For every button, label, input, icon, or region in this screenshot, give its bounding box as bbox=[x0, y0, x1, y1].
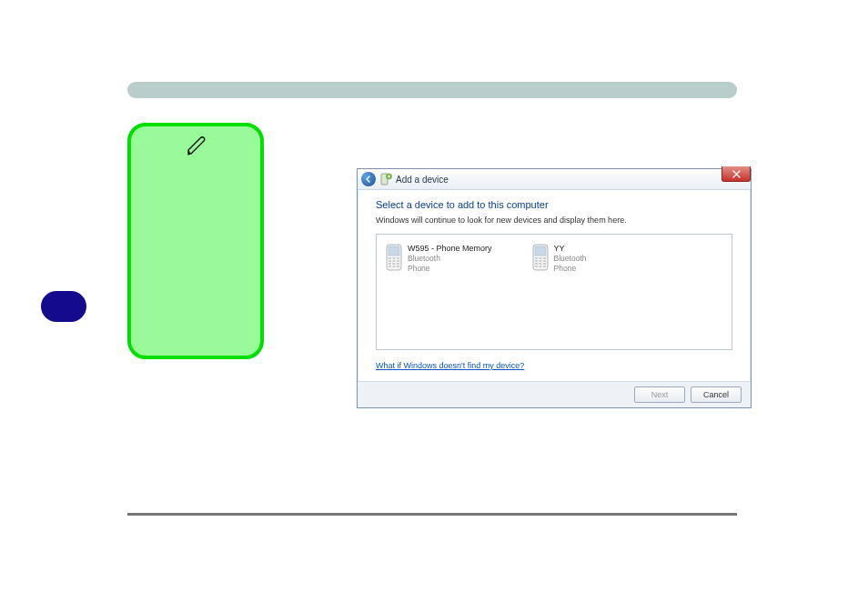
device-info: W595 - Phone Memory Bluetooth Phone bbox=[408, 244, 492, 340]
svg-rect-27 bbox=[535, 266, 538, 267]
device-info: YY Bluetooth Phone bbox=[554, 244, 587, 340]
phone-icon bbox=[386, 244, 402, 271]
device-type: Bluetooth bbox=[554, 254, 587, 264]
dialog-body: Select a device to add to this computer … bbox=[358, 190, 751, 370]
svg-rect-24 bbox=[535, 263, 538, 265]
device-item-0[interactable]: W595 - Phone Memory Bluetooth Phone bbox=[384, 242, 494, 342]
cancel-button[interactable]: Cancel bbox=[691, 386, 742, 403]
header-bar bbox=[127, 82, 737, 98]
svg-rect-12 bbox=[397, 263, 399, 265]
svg-rect-21 bbox=[535, 260, 538, 262]
svg-rect-5 bbox=[393, 257, 396, 259]
dialog-titlebar: Add a device bbox=[358, 169, 751, 190]
svg-rect-6 bbox=[397, 257, 399, 259]
footer-rule bbox=[127, 513, 737, 516]
svg-rect-13 bbox=[389, 266, 391, 267]
svg-rect-29 bbox=[543, 266, 546, 267]
svg-rect-17 bbox=[535, 246, 546, 256]
svg-rect-7 bbox=[389, 260, 391, 262]
device-name: W595 - Phone Memory bbox=[408, 244, 492, 254]
phone-icon bbox=[532, 244, 549, 271]
svg-rect-20 bbox=[543, 257, 546, 259]
svg-rect-11 bbox=[393, 263, 396, 265]
dialog-footer: Next Cancel bbox=[358, 381, 751, 407]
svg-rect-3 bbox=[389, 246, 399, 256]
device-wizard-icon bbox=[379, 173, 392, 186]
svg-rect-18 bbox=[535, 257, 538, 259]
dialog-title: Add a device bbox=[396, 175, 449, 185]
svg-rect-25 bbox=[539, 263, 541, 265]
add-device-dialog: Add a device Select a device to add to t… bbox=[357, 168, 752, 408]
svg-rect-19 bbox=[539, 257, 541, 259]
svg-rect-15 bbox=[397, 266, 399, 267]
svg-rect-26 bbox=[543, 263, 546, 265]
arrow-left-icon bbox=[365, 176, 372, 183]
side-tab bbox=[41, 291, 86, 322]
svg-rect-28 bbox=[539, 266, 541, 267]
close-icon bbox=[732, 170, 741, 178]
device-category: Phone bbox=[554, 264, 587, 274]
note-panel bbox=[127, 123, 264, 359]
svg-rect-22 bbox=[539, 260, 541, 262]
svg-rect-23 bbox=[543, 260, 546, 262]
dialog-subtext: Windows will continue to look for new de… bbox=[376, 216, 732, 225]
device-type: Bluetooth bbox=[408, 254, 492, 264]
svg-rect-10 bbox=[389, 263, 391, 265]
device-name: YY bbox=[554, 244, 587, 254]
device-category: Phone bbox=[408, 264, 492, 274]
dialog-heading: Select a device to add to this computer bbox=[376, 199, 732, 210]
next-button[interactable]: Next bbox=[634, 386, 685, 403]
back-button[interactable] bbox=[361, 172, 376, 186]
svg-rect-14 bbox=[393, 266, 396, 267]
close-button[interactable] bbox=[722, 166, 751, 182]
svg-rect-4 bbox=[389, 257, 391, 259]
device-list: W595 - Phone Memory Bluetooth Phone YY B… bbox=[376, 234, 732, 350]
help-link[interactable]: What if Windows doesn't find my device? bbox=[376, 361, 524, 370]
svg-rect-9 bbox=[397, 260, 399, 262]
pen-icon bbox=[186, 135, 207, 157]
svg-rect-8 bbox=[393, 260, 396, 262]
device-item-1[interactable]: YY Bluetooth Phone bbox=[530, 242, 589, 342]
